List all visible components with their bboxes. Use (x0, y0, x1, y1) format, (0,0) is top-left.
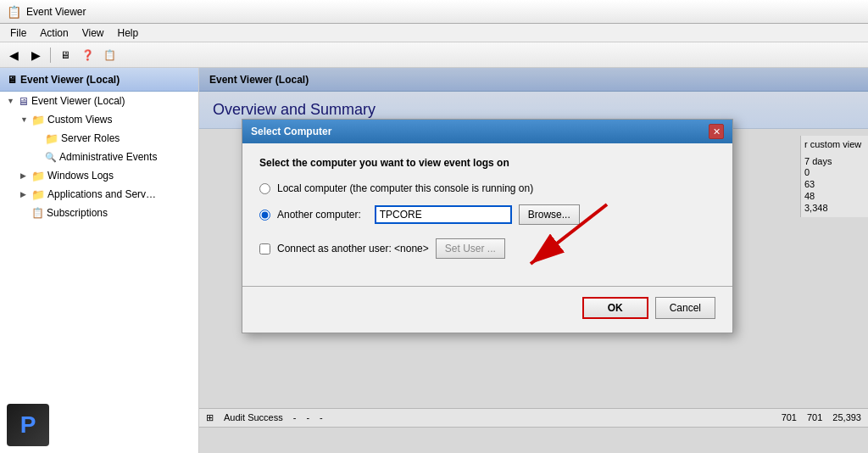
folder-icon: 📁 (31, 170, 45, 182)
folder-icon: 📁 (31, 188, 45, 201)
select-computer-dialog: Select Computer ✕ Select the computer yo… (242, 119, 733, 333)
menu-view[interactable]: View (75, 25, 111, 41)
dialog-title: Select Computer (251, 126, 331, 137)
sidebar-header: 🖥 Event Viewer (Local) (0, 68, 198, 92)
menu-bar: File Action View Help (0, 24, 868, 42)
dialog-overlay: Select Computer ✕ Select the computer yo… (199, 68, 868, 453)
cancel-button[interactable]: Cancel (655, 297, 715, 319)
content-area: Event Viewer (Local) Overview and Summar… (199, 68, 868, 453)
sidebar-item-event-viewer[interactable]: ▼ 🖥 Event Viewer (Local) (0, 92, 198, 110)
sidebar-item-windows-logs[interactable]: ▶ 📁 Windows Logs (0, 166, 198, 185)
browse-button[interactable]: Browse... (519, 204, 580, 225)
dialog-title-bar: Select Computer ✕ (242, 120, 732, 143)
another-computer-section: Another computer: Browse... (259, 204, 715, 225)
menu-file[interactable]: File (3, 25, 33, 41)
app-icon: 📋 (7, 5, 21, 19)
sidebar-computer-icon: 🖥 (7, 74, 17, 86)
app-title: Event Viewer (26, 6, 86, 18)
dialog-close-button[interactable]: ✕ (709, 124, 724, 139)
local-computer-label: Local computer (the computer this consol… (277, 182, 533, 194)
chevron-down-icon: ▼ (20, 115, 29, 124)
toolbar-docs-button[interactable]: 📋 (99, 46, 120, 64)
computer-icon: 🖥 (18, 95, 29, 108)
sidebar-item-custom-views[interactable]: ▼ 📁 Custom Views (0, 110, 198, 129)
dialog-footer: OK Cancel (242, 297, 732, 333)
menu-help[interactable]: Help (111, 25, 146, 41)
folder-icon: 📁 (31, 114, 45, 126)
another-computer-radio-row: Another computer: Browse... (259, 204, 715, 225)
chevron-right-icon: ▶ (20, 209, 29, 217)
chevron-right-icon: ▶ (20, 171, 29, 180)
chevron-right-icon: ▶ (34, 153, 42, 161)
toolbar-separator (50, 48, 51, 63)
radio-group: Local computer (the computer this consol… (259, 182, 715, 225)
chevron-right-icon: ▶ (34, 134, 42, 143)
dialog-separator (242, 286, 732, 287)
sidebar-item-subscriptions[interactable]: ▶ 📋 Subscriptions (0, 204, 198, 222)
sidebar: 🖥 Event Viewer (Local) ▼ 🖥 Event Viewer … (0, 68, 199, 453)
app-logo: P (7, 404, 49, 446)
toolbar-back-button[interactable]: ◀ (3, 46, 24, 64)
connect-as-user-label: Connect as another user: <none> (277, 243, 429, 254)
ok-button[interactable]: OK (582, 297, 648, 319)
sidebar-item-admin-events[interactable]: ▶ 🔍 Administrative Events (0, 148, 198, 166)
filter-icon: 🔍 (45, 152, 57, 163)
computer-input-row: Browse... (375, 204, 580, 225)
set-user-button[interactable]: Set User ... (436, 238, 505, 259)
main-layout: 🖥 Event Viewer (Local) ▼ 🖥 Event Viewer … (0, 68, 868, 453)
toolbar-computer-button[interactable]: 🖥 (55, 46, 75, 64)
chevron-right-icon: ▶ (20, 190, 29, 199)
folder-icon: 📁 (45, 132, 58, 145)
another-computer-label: Another computer: (277, 209, 361, 221)
connect-as-user-row: Connect as another user: <none> Set User… (259, 238, 715, 259)
computer-name-input[interactable] (375, 205, 512, 224)
title-bar: 📋 Event Viewer (0, 0, 868, 24)
sidebar-item-server-roles[interactable]: ▶ 📁 Server Roles (0, 129, 198, 148)
toolbar-help-button[interactable]: ❓ (77, 46, 97, 64)
menu-action[interactable]: Action (33, 25, 75, 41)
local-computer-radio-row: Local computer (the computer this consol… (259, 182, 715, 194)
chevron-down-icon: ▼ (7, 97, 15, 105)
log-icon: 📋 (31, 207, 44, 219)
local-computer-radio[interactable] (259, 183, 270, 194)
dialog-body: Select the computer you want to view eve… (242, 143, 732, 272)
dialog-description: Select the computer you want to view eve… (259, 157, 715, 169)
toolbar: ◀ ▶ 🖥 ❓ 📋 (0, 42, 868, 68)
another-computer-radio[interactable] (259, 210, 270, 221)
connect-as-user-checkbox[interactable] (259, 243, 270, 254)
sidebar-item-app-services[interactable]: ▶ 📁 Applications and Services Log (0, 185, 198, 204)
toolbar-forward-button[interactable]: ▶ (25, 46, 46, 64)
